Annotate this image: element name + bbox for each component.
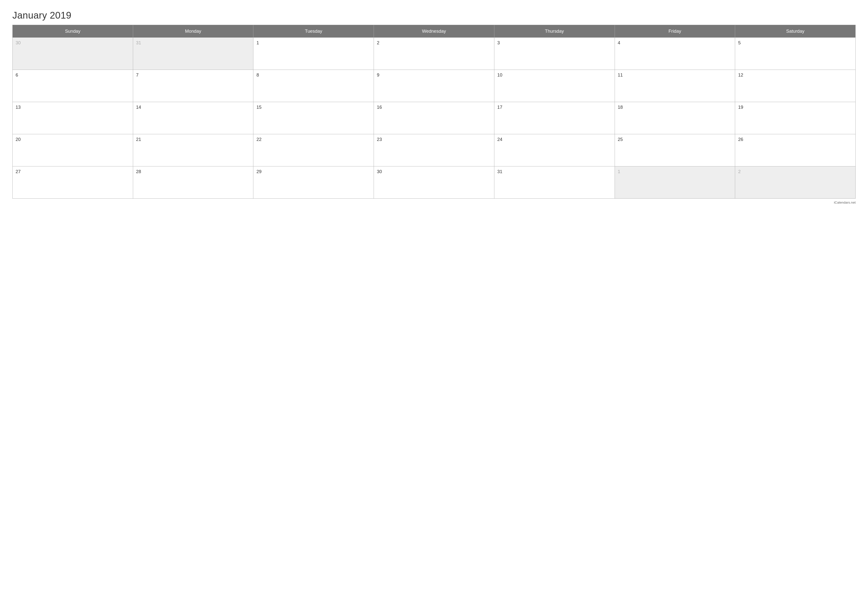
calendar-day-cell[interactable]: 17	[494, 102, 615, 134]
calendar-day-cell[interactable]: 28	[133, 166, 253, 199]
day-number: 13	[16, 104, 20, 110]
calendar-day-cell[interactable]: 4	[615, 38, 735, 70]
weekday-header-friday: Friday	[615, 25, 735, 38]
day-number: 19	[738, 104, 743, 110]
day-number: 2	[377, 40, 379, 45]
calendar-day-cell[interactable]: 1	[253, 38, 374, 70]
day-number: 30	[377, 169, 382, 174]
calendar-day-cell[interactable]: 9	[374, 70, 494, 102]
day-number: 6	[16, 72, 18, 78]
calendar-day-cell[interactable]: 6	[12, 70, 133, 102]
day-number: 18	[618, 104, 623, 110]
day-number: 26	[738, 137, 743, 142]
day-number: 11	[618, 72, 623, 78]
calendar-day-cell[interactable]: 11	[615, 70, 735, 102]
day-number: 1	[618, 169, 620, 174]
calendar-day-cell[interactable]: 7	[133, 70, 253, 102]
calendar-table: SundayMondayTuesdayWednesdayThursdayFrid…	[12, 25, 856, 199]
page-title: January 2019	[12, 10, 856, 21]
day-number: 10	[498, 72, 502, 78]
calendar-week-row: 20212223242526	[12, 134, 856, 166]
calendar-day-cell[interactable]: 24	[494, 134, 615, 166]
day-number: 30	[16, 40, 20, 45]
calendar-day-cell[interactable]: 23	[374, 134, 494, 166]
calendar-day-cell[interactable]: 15	[253, 102, 374, 134]
calendar-week-row: 6789101112	[12, 70, 856, 102]
calendar-day-cell[interactable]: 31	[133, 38, 253, 70]
calendar-day-cell[interactable]: 20	[12, 134, 133, 166]
calendar-day-cell[interactable]: 29	[253, 166, 374, 199]
day-number: 23	[377, 137, 382, 142]
day-number: 2	[738, 169, 741, 174]
day-number: 14	[136, 104, 141, 110]
calendar-day-cell[interactable]: 8	[253, 70, 374, 102]
calendar-day-cell[interactable]: 16	[374, 102, 494, 134]
calendar-day-cell[interactable]: 26	[735, 134, 856, 166]
calendar-day-cell[interactable]: 2	[374, 38, 494, 70]
day-number: 5	[738, 40, 741, 45]
day-number: 7	[136, 72, 139, 78]
day-number: 24	[498, 137, 502, 142]
day-number: 9	[377, 72, 379, 78]
calendar-day-cell[interactable]: 30	[12, 38, 133, 70]
calendar-week-row: 272829303112	[12, 166, 856, 199]
day-number: 3	[498, 40, 500, 45]
weekday-header-wednesday: Wednesday	[374, 25, 494, 38]
day-number: 27	[16, 169, 20, 174]
day-number: 20	[16, 137, 20, 142]
calendar-day-cell[interactable]: 21	[133, 134, 253, 166]
calendar-day-cell[interactable]: 18	[615, 102, 735, 134]
calendar-week-row: 303112345	[12, 38, 856, 70]
calendar-week-row: 13141516171819	[12, 102, 856, 134]
calendar-day-cell[interactable]: 30	[374, 166, 494, 199]
calendar-day-cell[interactable]: 19	[735, 102, 856, 134]
calendar-day-cell[interactable]: 3	[494, 38, 615, 70]
day-number: 1	[256, 40, 259, 45]
day-number: 28	[136, 169, 141, 174]
day-number: 31	[136, 40, 141, 45]
calendar-day-cell[interactable]: 27	[12, 166, 133, 199]
day-number: 17	[498, 104, 502, 110]
calendar-day-cell[interactable]: 12	[735, 70, 856, 102]
calendar-day-cell[interactable]: 5	[735, 38, 856, 70]
calendar-day-cell[interactable]: 25	[615, 134, 735, 166]
calendar-day-cell[interactable]: 1	[615, 166, 735, 199]
calendar-day-cell[interactable]: 2	[735, 166, 856, 199]
calendar-day-cell[interactable]: 31	[494, 166, 615, 199]
weekday-header-monday: Monday	[133, 25, 253, 38]
day-number: 16	[377, 104, 382, 110]
day-number: 22	[256, 137, 261, 142]
day-number: 25	[618, 137, 623, 142]
calendar-day-cell[interactable]: 22	[253, 134, 374, 166]
day-number: 31	[498, 169, 502, 174]
weekday-header-tuesday: Tuesday	[253, 25, 374, 38]
calendar-day-cell[interactable]: 13	[12, 102, 133, 134]
day-number: 8	[256, 72, 259, 78]
day-number: 4	[618, 40, 620, 45]
calendar-day-cell[interactable]: 10	[494, 70, 615, 102]
day-number: 15	[256, 104, 261, 110]
calendar-day-cell[interactable]: 14	[133, 102, 253, 134]
weekday-header-saturday: Saturday	[735, 25, 856, 38]
day-number: 21	[136, 137, 141, 142]
weekday-header-thursday: Thursday	[494, 25, 615, 38]
day-number: 12	[738, 72, 743, 78]
weekday-header-row: SundayMondayTuesdayWednesdayThursdayFrid…	[12, 25, 856, 38]
weekday-header-sunday: Sunday	[12, 25, 133, 38]
footer-credit: iCalendars.net	[12, 201, 856, 204]
day-number: 29	[256, 169, 261, 174]
